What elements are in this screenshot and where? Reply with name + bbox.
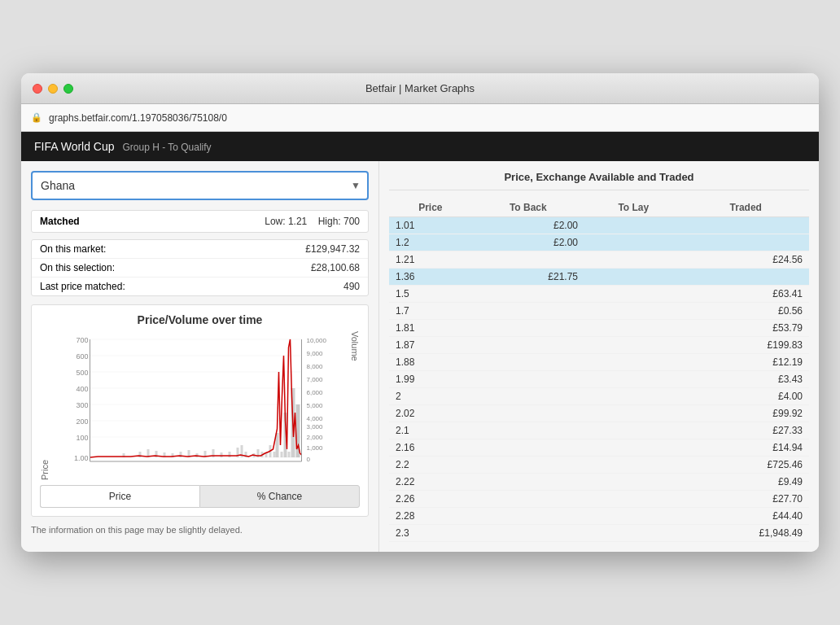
titlebar: Betfair | Market Graphs bbox=[21, 73, 819, 104]
price-table: Price To Back To Lay Traded 1.01£2.001.2… bbox=[389, 199, 809, 542]
minimize-button[interactable] bbox=[48, 84, 58, 94]
traded-cell bbox=[683, 234, 809, 251]
svg-text:2,000: 2,000 bbox=[307, 434, 324, 441]
tolay-cell bbox=[584, 388, 682, 405]
price-cell: 2.28 bbox=[389, 508, 472, 525]
chart-inner: Price 700 bbox=[40, 331, 360, 480]
col-traded: Traded bbox=[683, 199, 809, 217]
price-cell: 1.36 bbox=[389, 269, 472, 286]
traded-cell: £63.41 bbox=[683, 286, 809, 303]
svg-text:4,000: 4,000 bbox=[307, 415, 324, 422]
toback-cell: £21.75 bbox=[472, 269, 584, 286]
col-toback: To Back bbox=[472, 199, 584, 217]
tolay-cell bbox=[584, 217, 682, 234]
toback-cell bbox=[472, 286, 584, 303]
traded-cell: £3.43 bbox=[683, 371, 809, 388]
price-cell: 2.16 bbox=[389, 439, 472, 457]
toback-cell bbox=[472, 457, 584, 474]
svg-rect-27 bbox=[221, 452, 223, 457]
price-cell: 1.21 bbox=[389, 251, 472, 269]
selection-dropdown[interactable]: Ghana Portugal Uruguay South Korea bbox=[31, 171, 369, 200]
competition-subtitle: Group H - To Qualify bbox=[122, 142, 211, 153]
col-price: Price bbox=[389, 199, 472, 217]
on-this-selection-label: On this selection: bbox=[40, 262, 115, 273]
matched-values: Low: 1.21 High: 700 bbox=[265, 216, 360, 227]
tolay-cell bbox=[584, 422, 682, 439]
svg-text:10,000: 10,000 bbox=[307, 337, 327, 344]
svg-rect-28 bbox=[229, 452, 231, 457]
right-panel: Price, Exchange Available and Traded Pri… bbox=[379, 161, 819, 552]
app-header: FIFA World Cup Group H - To Qualify bbox=[21, 132, 819, 161]
table-row: 1.21£24.56 bbox=[389, 251, 809, 269]
on-this-selection-row: On this selection: £28,100.68 bbox=[32, 259, 368, 278]
traded-cell: £9.49 bbox=[683, 474, 809, 491]
traded-cell: £199.83 bbox=[683, 337, 809, 354]
toback-cell bbox=[472, 251, 584, 269]
tolay-cell bbox=[584, 234, 682, 251]
toback-cell bbox=[472, 422, 584, 439]
tolay-cell bbox=[584, 491, 682, 508]
tolay-cell bbox=[584, 525, 682, 542]
svg-text:300: 300 bbox=[76, 401, 88, 409]
close-button[interactable] bbox=[33, 84, 42, 94]
price-button[interactable]: Price bbox=[40, 485, 199, 508]
svg-text:8,000: 8,000 bbox=[307, 363, 324, 370]
table-row: 1.99£3.43 bbox=[389, 371, 809, 388]
toback-cell bbox=[472, 525, 584, 542]
info-text: The information on this page may be slig… bbox=[31, 525, 369, 535]
table-row: 2.3£1,948.49 bbox=[389, 525, 809, 542]
svg-text:7,000: 7,000 bbox=[307, 376, 324, 383]
table-row: 1.5£63.41 bbox=[389, 286, 809, 303]
svg-text:500: 500 bbox=[76, 369, 88, 377]
on-this-selection-value: £28,100.68 bbox=[311, 262, 360, 273]
tolay-cell bbox=[584, 286, 682, 303]
price-cell: 1.88 bbox=[389, 354, 472, 371]
traded-cell: £12.19 bbox=[683, 354, 809, 371]
high-value: High: 700 bbox=[318, 216, 360, 227]
toback-cell bbox=[472, 320, 584, 337]
last-price-value: 490 bbox=[343, 281, 360, 292]
tolay-cell bbox=[584, 337, 682, 354]
on-this-market-row: On this market: £129,947.32 bbox=[32, 240, 368, 259]
price-cell: 2.22 bbox=[389, 474, 472, 491]
toback-cell bbox=[472, 405, 584, 422]
chance-button[interactable]: % Chance bbox=[199, 485, 360, 508]
volume-axis-label: Volume bbox=[350, 331, 360, 480]
detail-rows: On this market: £129,947.32 On this sele… bbox=[31, 239, 369, 296]
svg-text:200: 200 bbox=[76, 417, 88, 426]
traded-cell: £53.79 bbox=[683, 320, 809, 337]
price-cell: 2.1 bbox=[389, 422, 472, 439]
price-axis-label: Price bbox=[40, 331, 50, 480]
url-display: graphs.betfair.com/1.197058036/75108/0 bbox=[49, 112, 227, 124]
content-area: Ghana Portugal Uruguay South Korea ▼ Mat… bbox=[21, 161, 819, 552]
traded-cell: £725.46 bbox=[683, 457, 809, 474]
toback-cell bbox=[472, 371, 584, 388]
chart-svg: 700 600 500 400 300 200 100 1.00 bbox=[51, 331, 348, 478]
stats-row: Matched Low: 1.21 High: 700 bbox=[31, 210, 369, 233]
toback-cell bbox=[472, 491, 584, 508]
price-cell: 2.2 bbox=[389, 457, 472, 474]
tolay-cell bbox=[584, 303, 682, 320]
table-header-row: Price To Back To Lay Traded bbox=[389, 199, 809, 217]
tolay-cell bbox=[584, 508, 682, 525]
table-row: 1.88£12.19 bbox=[389, 354, 809, 371]
toback-cell bbox=[472, 354, 584, 371]
traded-cell: £4.00 bbox=[683, 388, 809, 405]
table-row: 1.81£53.79 bbox=[389, 320, 809, 337]
svg-text:0: 0 bbox=[307, 456, 311, 463]
tolay-cell bbox=[584, 371, 682, 388]
toback-cell bbox=[472, 474, 584, 491]
table-row: 2.2£725.46 bbox=[389, 457, 809, 474]
chart-buttons: Price % Chance bbox=[40, 485, 360, 508]
traded-cell: £14.94 bbox=[683, 439, 809, 457]
window-title: Betfair | Market Graphs bbox=[365, 82, 475, 94]
maximize-button[interactable] bbox=[63, 84, 73, 94]
price-cell: 2 bbox=[389, 388, 472, 405]
tolay-cell bbox=[584, 354, 682, 371]
svg-rect-39 bbox=[281, 452, 283, 457]
tolay-cell bbox=[584, 457, 682, 474]
toback-cell bbox=[472, 508, 584, 525]
col-tolay: To Lay bbox=[584, 199, 682, 217]
on-this-market-label: On this market: bbox=[40, 243, 106, 255]
table-row: 1.36£21.75 bbox=[389, 269, 809, 286]
